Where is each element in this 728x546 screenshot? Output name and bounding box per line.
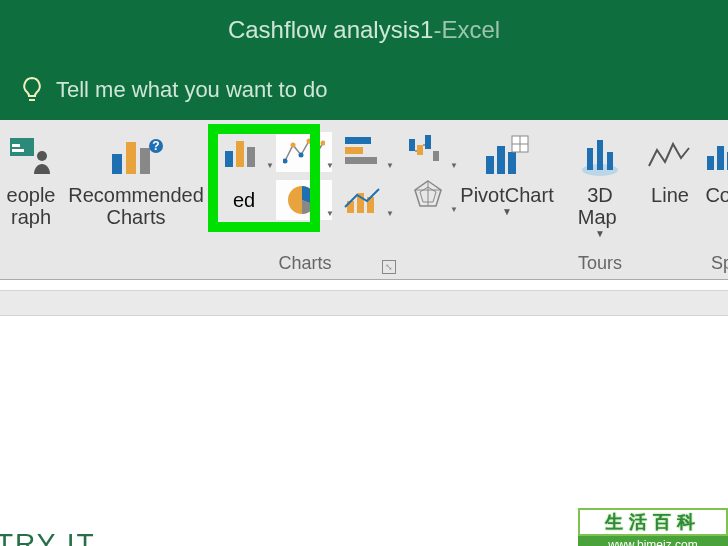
radar-chart-icon	[409, 177, 447, 211]
svg-point-14	[291, 143, 296, 148]
title-bar: Cashflow analysis1 - Excel	[0, 0, 728, 60]
group-tours: 3D Map ▼ Tours	[564, 120, 636, 280]
sparkline-line-button[interactable]: Line	[642, 128, 698, 280]
svg-point-13	[283, 159, 288, 164]
tell-me-placeholder: Tell me what you want to do	[56, 77, 327, 103]
corner-text: TRY IT	[0, 528, 96, 546]
people-graph-button[interactable]: eople raph	[6, 128, 56, 228]
svg-rect-47	[717, 146, 724, 170]
chevron-down-icon: ▼	[595, 228, 605, 239]
app-name: Excel	[441, 16, 500, 44]
svg-rect-38	[508, 152, 516, 174]
svg-rect-2	[12, 144, 20, 147]
svg-rect-36	[486, 156, 494, 174]
group-pivotchart: PivotChart ▼	[450, 120, 564, 280]
sparklines-group-label: Sparkl	[711, 253, 728, 274]
line-chart-icon	[343, 183, 385, 217]
chevron-down-icon: ▼	[386, 209, 394, 218]
3d-map-button[interactable]: 3D Map ▼	[570, 128, 630, 239]
svg-rect-11	[236, 141, 244, 167]
people-graph-label: eople raph	[7, 184, 56, 228]
group-charts: ▼ ▼ ▼ ed	[210, 120, 400, 280]
recommended-charts-button[interactable]: ? Recommended Charts	[68, 128, 204, 228]
ribbon: eople raph ? Recommended Charts	[0, 120, 728, 280]
sparkline-line-icon	[646, 132, 694, 180]
insert-column-chart-button[interactable]: ▼	[216, 132, 272, 172]
svg-rect-37	[497, 146, 505, 174]
3d-map-icon	[576, 132, 624, 180]
pivotchart-label: PivotChart	[460, 184, 553, 206]
insert-waterfall-chart-button[interactable]: ▼	[400, 128, 456, 172]
svg-point-17	[315, 151, 320, 156]
watermark: 生活百科 www.bimeiz.com	[578, 508, 728, 546]
svg-rect-26	[409, 139, 415, 151]
svg-rect-29	[433, 151, 439, 161]
row-divider	[0, 290, 728, 316]
svg-rect-10	[225, 151, 233, 167]
chevron-down-icon: ▼	[386, 161, 394, 170]
insert-line-chart-button[interactable]: ▼	[336, 180, 392, 220]
title-sep: -	[433, 16, 441, 44]
chevron-down-icon: ▼	[326, 161, 334, 170]
recommended-charts-icon: ?	[106, 132, 166, 180]
watermark-title: 生活百科	[578, 508, 728, 536]
chevron-down-icon: ▼	[266, 161, 274, 170]
charts-column-label: ed	[233, 189, 255, 211]
watermark-url: www.bimeiz.com	[578, 536, 728, 546]
worksheet-area[interactable]: TRY IT 生活百科 www.bimeiz.com	[0, 290, 728, 546]
column-label-cell: ed	[216, 180, 272, 220]
column-chart-icon	[223, 135, 265, 169]
svg-rect-12	[247, 147, 255, 167]
svg-rect-43	[587, 148, 593, 170]
svg-rect-19	[345, 137, 371, 144]
svg-rect-28	[425, 135, 431, 149]
hierarchy-chart-icon	[283, 135, 325, 169]
group-charts-extra: ▼ ▼	[400, 120, 450, 280]
sparkline-column-icon	[702, 132, 728, 180]
tell-me-bar[interactable]: Tell me what you want to do	[0, 60, 728, 120]
people-graph-icon	[7, 132, 55, 180]
chevron-down-icon: ▼	[326, 209, 334, 218]
document-title: Cashflow analysis1	[228, 16, 433, 44]
svg-rect-21	[345, 157, 377, 164]
svg-point-16	[307, 139, 312, 144]
svg-rect-44	[597, 140, 603, 170]
waterfall-chart-icon	[407, 133, 449, 167]
sparkline-column-label: Colu	[705, 184, 728, 206]
insert-hierarchy-chart-button[interactable]: ▼	[276, 132, 332, 172]
svg-rect-27	[417, 145, 423, 155]
svg-point-4	[37, 151, 47, 161]
svg-rect-6	[126, 142, 136, 174]
svg-rect-5	[112, 154, 122, 174]
charts-group-label: Charts	[210, 253, 400, 274]
svg-rect-20	[345, 147, 363, 154]
pivotchart-icon	[481, 132, 533, 180]
chevron-down-icon: ▼	[502, 206, 512, 217]
insert-stock-chart-button[interactable]: ▼	[336, 132, 392, 172]
insert-radar-chart-button[interactable]: ▼	[400, 172, 456, 216]
insert-pie-chart-button[interactable]: ▼	[276, 180, 332, 220]
charts-gallery: ▼ ▼ ▼ ed	[216, 128, 396, 222]
sparkline-line-label: Line	[651, 184, 689, 206]
dialog-launcher-icon[interactable]: ⤡	[382, 260, 396, 274]
svg-point-15	[299, 153, 304, 158]
svg-text:?: ?	[152, 139, 159, 153]
svg-rect-7	[140, 148, 150, 174]
svg-rect-45	[607, 152, 613, 170]
tours-group-label: Tours	[564, 253, 636, 274]
group-people-graph: eople raph	[0, 120, 62, 280]
group-sparklines: Line Colu Sparkl	[636, 120, 728, 280]
group-recommended-charts: ? Recommended Charts	[62, 120, 210, 280]
3d-map-label: 3D Map	[578, 184, 622, 228]
recommended-charts-label: Recommended Charts	[68, 184, 204, 228]
pie-chart-icon	[285, 183, 323, 217]
svg-rect-46	[707, 156, 714, 170]
pivotchart-button[interactable]: PivotChart ▼	[456, 128, 558, 217]
bar-chart-icon	[343, 135, 385, 169]
lightbulb-icon	[20, 76, 44, 104]
svg-rect-3	[12, 149, 24, 152]
